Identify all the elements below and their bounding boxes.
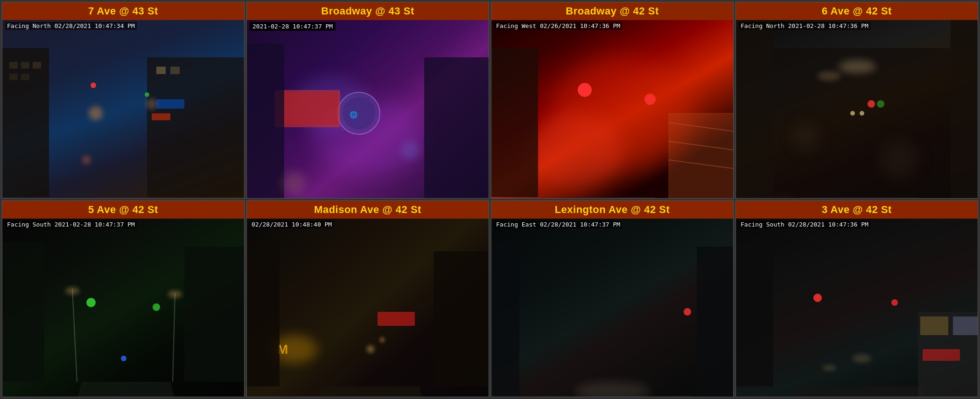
- svg-point-42: [282, 172, 305, 195]
- svg-point-81: [877, 100, 884, 108]
- svg-point-53: [529, 113, 622, 188]
- camera-cell-1: 7 Ave @ 43 St Facing North 02/28/2021 10…: [2, 2, 245, 199]
- svg-rect-161: [953, 316, 978, 335]
- svg-point-168: [813, 294, 822, 302]
- svg-rect-100: [184, 247, 244, 382]
- svg-point-33: [338, 92, 380, 134]
- svg-rect-30: [152, 113, 170, 120]
- camera-feed-2: 2021-02-28 10:47:37 PM 🌐: [247, 20, 489, 198]
- svg-rect-58: [669, 113, 733, 198]
- svg-point-57: [644, 94, 656, 105]
- svg-marker-70: [764, 197, 960, 198]
- svg-rect-18: [170, 67, 180, 74]
- svg-rect-164: [736, 242, 773, 386]
- svg-point-27: [91, 83, 96, 88]
- svg-marker-106: [284, 386, 457, 397]
- svg-rect-40: [247, 43, 284, 198]
- svg-point-75: [792, 123, 820, 151]
- camera-feed-4: Facing North 2021-02-28 10:47:36 PM: [736, 20, 978, 198]
- svg-point-76: [881, 141, 918, 179]
- svg-rect-16: [147, 57, 244, 197]
- svg-point-83: [860, 111, 864, 116]
- svg-point-141: [684, 308, 691, 316]
- svg-point-80: [868, 100, 875, 108]
- svg-point-21: [146, 98, 157, 110]
- camera-timestamp-8: Facing South 02/28/2021 10:47:36 PM: [739, 220, 870, 228]
- svg-rect-29: [156, 99, 184, 109]
- svg-point-107: [270, 335, 317, 363]
- svg-marker-143: [759, 386, 960, 397]
- svg-rect-17: [156, 67, 166, 74]
- svg-point-31: [312, 99, 424, 174]
- svg-line-59: [669, 123, 733, 132]
- svg-point-43: [401, 141, 420, 160]
- svg-point-71: [839, 60, 876, 74]
- camera-timestamp-1: Facing North 02/28/2021 10:47:34 PM: [5, 22, 137, 30]
- svg-point-32: [294, 76, 368, 132]
- camera-title-7: Lexington Ave @ 42 St: [491, 201, 733, 219]
- camera-cell-5: 5 Ave @ 42 St Facing South 2021-02-28 10…: [2, 200, 245, 397]
- camera-timestamp-4: Facing North 2021-02-28 10:47:36 PM: [739, 22, 870, 30]
- svg-rect-118: [247, 242, 280, 386]
- camera-cell-6: Madison Ave @ 42 St 02/28/2021 10:48:40 …: [246, 200, 489, 397]
- svg-rect-14: [9, 74, 18, 80]
- svg-point-97: [153, 303, 160, 311]
- camera-title-4: 6 Ave @ 42 St: [736, 2, 978, 20]
- svg-point-77: [771, 195, 794, 198]
- camera-feed-5: Facing South 2021-02-28 10:47:37 PM: [2, 219, 244, 397]
- svg-rect-79: [951, 20, 978, 198]
- camera-cell-4: 6 Ave @ 42 St Facing North 2021-02-28 10…: [735, 2, 978, 199]
- svg-rect-15: [21, 74, 29, 80]
- camera-title-6: Madison Ave @ 42 St: [247, 201, 489, 219]
- camera-timestamp-3: Facing West 02/26/2021 10:47:36 PM: [494, 22, 622, 30]
- svg-rect-41: [424, 57, 489, 198]
- svg-point-96: [86, 298, 96, 307]
- camera-feed-1: Facing North 02/28/2021 10:47:34 PM: [2, 20, 244, 198]
- svg-rect-12: [21, 62, 29, 69]
- svg-marker-54: [491, 197, 725, 198]
- svg-text:🌐: 🌐: [350, 111, 358, 119]
- camera-title-8: 3 Ave @ 42 St: [736, 201, 978, 219]
- svg-rect-69: [773, 48, 951, 198]
- svg-rect-140: [697, 247, 733, 396]
- svg-rect-13: [33, 62, 41, 69]
- svg-rect-139: [491, 242, 519, 396]
- svg-line-61: [669, 160, 733, 169]
- svg-point-34: [343, 97, 375, 130]
- camera-feed-8: Facing South 02/28/2021 10:47:36 PM: [736, 219, 978, 397]
- svg-line-102: [72, 289, 77, 382]
- svg-rect-163: [923, 349, 960, 361]
- svg-rect-109: [378, 312, 415, 326]
- svg-line-60: [669, 141, 733, 151]
- camera-feed-7: Facing East 02/28/2021 10:47:37 PM: [491, 219, 733, 397]
- svg-point-72: [818, 71, 841, 81]
- svg-rect-37: [277, 92, 338, 125]
- svg-marker-124: [505, 396, 725, 397]
- svg-point-19: [89, 106, 103, 120]
- svg-point-142: [575, 382, 650, 397]
- svg-rect-159: [918, 312, 978, 397]
- camera-timestamp-7: Facing East 02/28/2021 10:47:37 PM: [494, 220, 622, 228]
- camera-feed-6: 02/28/2021 10:48:40 PM M ONLY: [247, 219, 489, 397]
- camera-feed-3: Facing West 02/26/2021 10:47:36 PM BUS: [491, 20, 733, 198]
- svg-text:M: M: [277, 342, 288, 357]
- camera-cell-2: Broadway @ 43 St 2021-02-28 10:47:37 PM …: [246, 2, 489, 199]
- svg-point-52: [552, 57, 692, 169]
- svg-point-82: [850, 111, 855, 116]
- svg-point-165: [853, 355, 871, 362]
- svg-point-20: [82, 155, 91, 165]
- svg-rect-67: [491, 48, 538, 197]
- svg-rect-11: [9, 62, 18, 69]
- camera-title-2: Broadway @ 43 St: [247, 2, 489, 20]
- svg-point-56: [578, 83, 592, 97]
- svg-rect-10: [2, 48, 49, 197]
- camera-timestamp-6: 02/28/2021 10:48:40 PM: [250, 220, 334, 228]
- svg-line-104: [173, 293, 175, 382]
- camera-cell-8: 3 Ave @ 42 St Facing South 02/28/2021 10…: [735, 200, 978, 397]
- svg-rect-99: [2, 242, 44, 382]
- svg-point-121: [379, 337, 385, 343]
- camera-title-3: Broadway @ 42 St: [491, 2, 733, 20]
- svg-rect-78: [736, 20, 773, 198]
- svg-point-120: [367, 345, 374, 353]
- svg-point-105: [168, 290, 182, 298]
